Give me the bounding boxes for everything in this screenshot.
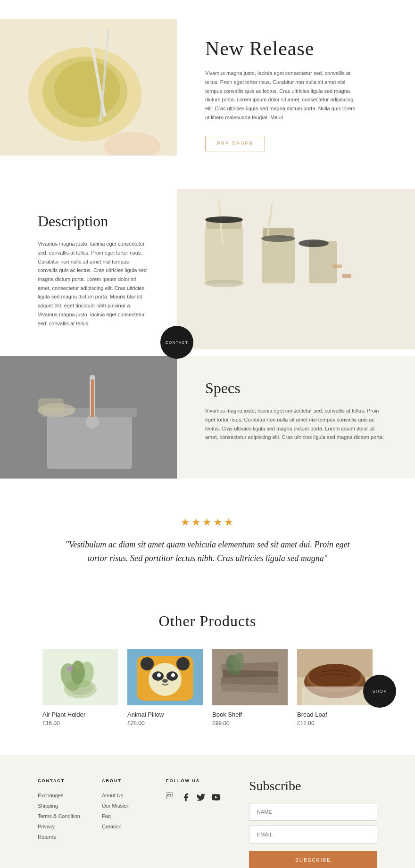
product-price-bookshelf: £99.00 <box>212 720 288 727</box>
svg-point-20 <box>205 216 243 223</box>
product-image-bookshelf <box>212 649 288 705</box>
footer-subscribe-col: Subscribe SUBSCRIBE <box>230 778 377 868</box>
footer-link-faq[interactable]: Faq <box>102 813 166 819</box>
product-name-breadloaf: Bread Loaf <box>297 711 373 718</box>
svg-point-41 <box>157 673 161 677</box>
pre-order-button[interactable]: PRE ORDER <box>205 136 265 151</box>
product-price-breadloaf: £12.00 <box>297 720 373 727</box>
svg-point-34 <box>71 661 85 684</box>
svg-point-44 <box>141 657 154 670</box>
footer-contact-col: CONTACT Exchanges Shipping Terms & Condi… <box>38 778 102 868</box>
svg-point-42 <box>171 673 175 677</box>
specs-text: Vivamus magna justo, lacinia eget consec… <box>205 406 387 442</box>
products-grid: Air Plant Holder £16.00 <box>28 649 387 727</box>
subscribe-email-input[interactable] <box>249 826 377 843</box>
hero-title: New Release <box>205 38 358 59</box>
footer-follow-title: FOLLOW US <box>166 778 230 783</box>
svg-point-3 <box>54 61 120 118</box>
svg-rect-26 <box>91 380 94 417</box>
hero-image <box>0 19 177 156</box>
svg-point-35 <box>67 666 73 671</box>
youtube-icon[interactable] <box>211 793 221 802</box>
svg-rect-13 <box>309 241 337 283</box>
footer-link-mission[interactable]: Our Mission <box>102 803 166 809</box>
subscribe-title: Subscribe <box>249 778 377 794</box>
footer-follow-col: FOLLOW US  <box>166 778 230 868</box>
footer: CONTACT Exchanges Shipping Terms & Condi… <box>0 755 415 868</box>
product-price-pillow: £28.00 <box>127 720 203 727</box>
review-text: "Vestibulum ac diam sit amet quam vehicu… <box>57 538 358 565</box>
products-section: Other Products Air Plant Holder £16.00 <box>0 594 415 755</box>
description-title: Description <box>38 213 149 230</box>
social-icons:  <box>166 793 230 802</box>
product-card-bookshelf[interactable]: Book Shelf £99.00 <box>212 649 288 727</box>
svg-point-18 <box>299 240 329 247</box>
description-content: Description Vivamus magna justo, lacinia… <box>0 189 177 351</box>
svg-point-45 <box>176 657 190 670</box>
product-card-pillow[interactable]: Animal Pillow £28.00 <box>127 649 203 727</box>
svg-point-43 <box>162 679 168 683</box>
product-image-airplant <box>42 649 118 705</box>
specs-image <box>0 356 177 479</box>
product-card-breadloaf[interactable]: Bread Loaf £12.00 <box>297 649 373 727</box>
product-name-bookshelf: Book Shelf <box>212 711 288 718</box>
svg-rect-28 <box>38 398 64 413</box>
description-image: CONTACT <box>177 189 415 349</box>
description-text: Vivamus magna justo, lacinia eget consec… <box>38 240 149 328</box>
specs-title: Specs <box>205 380 387 397</box>
subscribe-name-input[interactable] <box>249 803 377 821</box>
footer-contact-title: CONTACT <box>38 778 102 783</box>
svg-point-25 <box>86 415 99 429</box>
footer-link-privacy[interactable]: Privacy <box>38 824 102 829</box>
facebook-icon[interactable]:  <box>166 793 175 802</box>
footer-about-title: ABOUT <box>102 778 166 783</box>
footer-about-col: ABOUT About Us Our Mission Faq Creation <box>102 778 166 868</box>
svg-point-10 <box>204 280 244 287</box>
svg-point-19 <box>261 235 295 242</box>
footer-link-creation[interactable]: Creation <box>102 824 166 829</box>
review-stars: ★★★★★ <box>38 516 377 529</box>
footer-link-terms[interactable]: Terms & Condition <box>38 813 102 819</box>
svg-rect-17 <box>342 274 351 278</box>
footer-link-aboutus[interactable]: About Us <box>102 793 166 798</box>
shop-button[interactable]: SHOP <box>363 675 396 708</box>
product-name-airplant: Air Plant Holder <box>42 711 118 718</box>
product-price-airplant: £16.00 <box>42 720 118 727</box>
facebook-icon[interactable] <box>181 793 191 802</box>
subscribe-button[interactable]: SUBSCRIBE <box>249 851 377 868</box>
product-image-pillow <box>127 649 203 705</box>
product-name-pillow: Animal Pillow <box>127 711 203 718</box>
review-section: ★★★★★ "Vestibulum ac diam sit amet quam … <box>0 479 415 594</box>
hero-section: New Release Vivamus magna justo, lacinia… <box>0 0 415 189</box>
specs-section: Specs Vivamus magna justo, lacinia eget … <box>0 356 415 479</box>
footer-link-exchanges[interactable]: Exchanges <box>38 793 102 798</box>
svg-point-57 <box>309 664 361 688</box>
svg-rect-58 <box>302 686 368 705</box>
footer-link-returns[interactable]: Returns <box>38 834 102 840</box>
twitter-icon[interactable] <box>196 793 206 802</box>
specs-content: Specs Vivamus magna justo, lacinia eget … <box>177 356 415 479</box>
svg-rect-8 <box>205 227 243 283</box>
products-title: Other Products <box>28 612 387 630</box>
product-image-breadloaf <box>297 649 373 705</box>
footer-link-shipping[interactable]: Shipping <box>38 803 102 809</box>
hero-content: New Release Vivamus magna justo, lacinia… <box>177 19 387 170</box>
contact-button[interactable]: CONTACT <box>160 326 193 359</box>
hero-description: Vivamus magna justo, lacinia eget consec… <box>205 69 358 122</box>
svg-rect-16 <box>332 265 342 268</box>
description-section: Description Vivamus magna justo, lacinia… <box>0 189 415 351</box>
product-card-airplant[interactable]: Air Plant Holder £16.00 <box>42 649 118 727</box>
footer-columns: CONTACT Exchanges Shipping Terms & Condi… <box>38 778 377 868</box>
